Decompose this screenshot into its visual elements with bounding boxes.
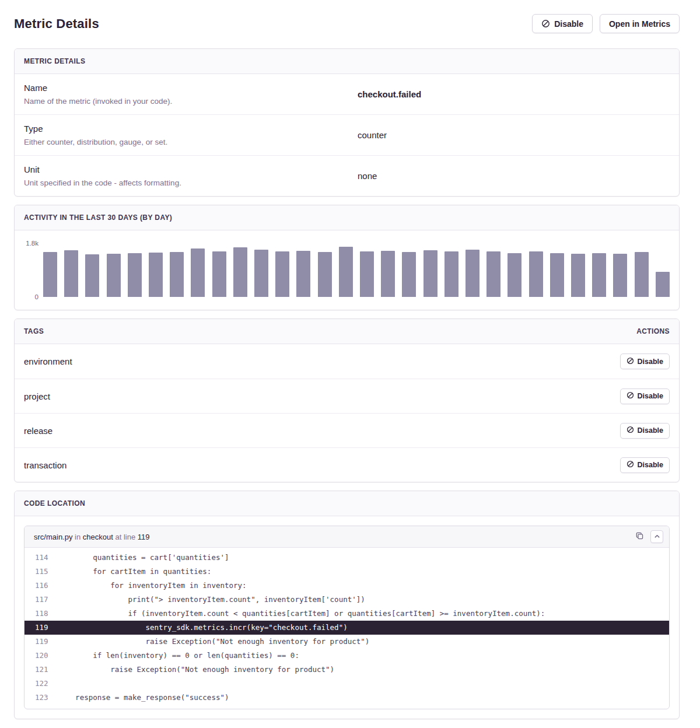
code-lines: 114 quantities = cart['quantities'] 115 …	[24, 548, 669, 709]
activity-bar	[191, 249, 205, 297]
code-line-text: print("> inventoryItem.count", inventory…	[58, 593, 365, 607]
metric-detail-description: Unit specified in the code - affects for…	[24, 178, 358, 187]
activity-bar	[550, 253, 564, 297]
disable-metric-button[interactable]: Disable	[532, 14, 593, 33]
activity-panel: ACTIVITY IN THE LAST 30 DAYS (BY DAY) 1.…	[14, 205, 680, 310]
metric-detail-label: Name	[24, 83, 358, 93]
code-frame-header: src/main.py in checkout at line 119	[24, 526, 669, 548]
code-function-name: checkout	[83, 533, 113, 541]
metric-detail-value: none	[358, 171, 377, 181]
code-frame: src/main.py in checkout at line 119	[24, 526, 670, 709]
page-title: Metric Details	[14, 16, 99, 32]
activity-bar	[571, 254, 585, 297]
activity-bar	[64, 250, 78, 297]
tag-rows: environment Disable project Disable rele…	[15, 344, 679, 482]
code-line: 122	[24, 677, 669, 691]
activity-panel-title: ACTIVITY IN THE LAST 30 DAYS (BY DAY)	[24, 214, 172, 222]
collapse-code-button[interactable]	[650, 530, 663, 543]
activity-bar	[592, 253, 606, 297]
activity-bar	[424, 250, 438, 297]
activity-bar	[508, 253, 522, 297]
metric-details-rows: Name Name of the metric (invoked in your…	[15, 74, 679, 196]
code-line: 117 print("> inventoryItem.count", inven…	[24, 593, 669, 607]
code-line-text: sentry_sdk.metrics.incr(key="checkout.fa…	[58, 621, 348, 635]
tags-panel-header: TAGS ACTIONS	[15, 319, 679, 344]
activity-bar	[149, 253, 163, 297]
metric-details-panel: METRIC DETAILS Name Name of the metric (…	[14, 48, 680, 197]
code-line: 115 for cartItem in quantities:	[24, 565, 669, 579]
code-line: 120 if len(inventory) == 0 or len(quanti…	[24, 649, 669, 663]
tag-name: environment	[24, 356, 72, 366]
page-header: Metric Details Disable Open in Metrics	[0, 0, 700, 48]
activity-bar	[296, 251, 310, 297]
activity-bar	[275, 251, 289, 297]
activity-bar	[254, 250, 268, 297]
open-in-metrics-button[interactable]: Open in Metrics	[600, 14, 680, 33]
code-line-no: 121	[24, 663, 58, 677]
activity-bar	[233, 247, 247, 297]
disable-tag-button-label: Disable	[638, 358, 663, 366]
code-location-panel: CODE LOCATION src/main.py in checkout at…	[14, 491, 680, 719]
disable-tag-button[interactable]: Disable	[620, 354, 670, 369]
code-line-text: if len(inventory) == 0 or len(quantities…	[58, 649, 299, 663]
code-line: 119 raise Exception("Not enough inventor…	[24, 635, 669, 649]
chevron-up-icon	[654, 533, 660, 541]
code-line-no: 119	[24, 621, 58, 635]
tags-panel: TAGS ACTIONS environment Disable project…	[14, 318, 680, 482]
tags-panel-title: TAGS	[24, 327, 44, 335]
disable-tag-button[interactable]: Disable	[620, 457, 670, 473]
code-line-text: quantities = cart['quantities']	[58, 551, 229, 565]
code-line: 119 sentry_sdk.metrics.incr(key="checkou…	[24, 621, 669, 635]
code-line-no: 116	[24, 579, 58, 593]
metric-details-panel-header: METRIC DETAILS	[15, 49, 679, 74]
activity-bar	[212, 251, 226, 297]
code-line-no: 114	[24, 551, 58, 565]
activity-bar	[381, 251, 395, 297]
circle-slash-icon	[626, 460, 634, 470]
code-line-no: 119	[24, 635, 58, 649]
activity-bar	[339, 247, 353, 297]
code-location-panel-title: CODE LOCATION	[24, 499, 85, 508]
code-line: 121 raise Exception("Not enough inventor…	[24, 663, 669, 677]
disable-metric-button-label: Disable	[554, 19, 583, 29]
activity-bar	[170, 252, 184, 297]
activity-bar	[529, 251, 543, 297]
metric-detail-description: Either counter, distribution, gauge, or …	[24, 138, 358, 146]
code-line-number: 119	[138, 533, 150, 541]
code-path: src/main.py in checkout at line 119	[34, 533, 150, 541]
disable-tag-button-label: Disable	[638, 426, 663, 435]
disable-tag-button[interactable]: Disable	[620, 423, 670, 439]
tag-name: transaction	[24, 460, 66, 470]
activity-bar	[128, 253, 142, 297]
activity-bar	[444, 251, 459, 297]
copy-icon	[635, 531, 644, 542]
code-line-no: 117	[24, 593, 58, 607]
activity-bar	[402, 252, 416, 297]
activity-bar	[85, 254, 99, 297]
metric-detail-label: Type	[24, 124, 358, 134]
disable-tag-button[interactable]: Disable	[620, 388, 670, 404]
tag-row: transaction Disable	[15, 447, 679, 482]
metric-detail-row: Type Either counter, distribution, gauge…	[15, 114, 679, 155]
activity-chart: 1.8k 0	[15, 230, 679, 310]
chart-bars	[43, 243, 670, 297]
metric-detail-row: Name Name of the metric (invoked in your…	[15, 74, 679, 114]
code-line-text: response = make_response("success")	[58, 691, 229, 705]
code-line-text: for inventoryItem in inventory:	[58, 579, 247, 593]
code-location-panel-header: CODE LOCATION	[15, 491, 679, 516]
y-axis-max-label: 1.8k	[26, 240, 38, 247]
code-file-name: src/main.py	[34, 533, 72, 541]
code-at-line-label: at line	[116, 533, 136, 541]
code-line: 114 quantities = cart['quantities']	[24, 551, 669, 565]
circle-slash-icon	[626, 426, 634, 435]
activity-bar	[318, 252, 332, 297]
activity-bar	[466, 250, 480, 297]
code-header-actions	[633, 530, 663, 543]
tag-name: project	[24, 391, 50, 401]
copy-code-button[interactable]	[633, 530, 646, 543]
y-axis-min-label: 0	[35, 293, 38, 300]
code-outer: src/main.py in checkout at line 119	[15, 516, 679, 719]
activity-panel-header: ACTIVITY IN THE LAST 30 DAYS (BY DAY)	[15, 205, 679, 230]
metric-detail-label: Unit	[24, 164, 358, 174]
metric-details-page: Metric Details Disable Open in Metrics M…	[0, 0, 700, 728]
